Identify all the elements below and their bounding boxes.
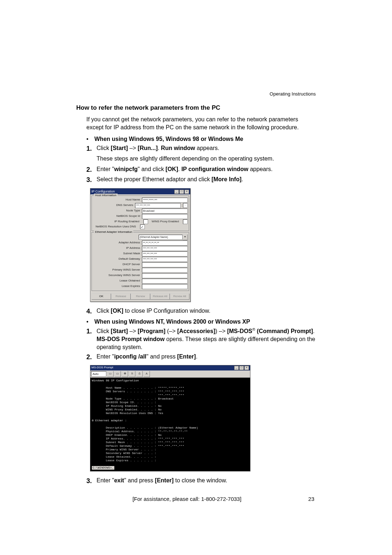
t: to close IP Configuration window. — [123, 308, 211, 314]
netbios-dns-checkbox: ✓ — [140, 224, 145, 229]
step-body: Enter "winipcfg" and click [OK]. IP conf… — [97, 165, 316, 174]
t: Click — [97, 328, 111, 335]
dos-header-line: Windows 98 IP Configuration — [92, 379, 139, 382]
t: appears. — [248, 166, 273, 172]
t: IP configuration window — [181, 166, 249, 172]
t: [Enter] — [177, 353, 196, 360]
toolbar-icon: ⎙ — [136, 371, 143, 377]
footer-assist: [For assistance, please call: 1-800-272-… — [78, 495, 296, 503]
header-right: Operating Instructions — [76, 91, 316, 97]
t: . — [178, 166, 181, 172]
t: [Enter] — [155, 477, 174, 483]
t: (Command) Prompt] — [255, 328, 313, 335]
t: [More Info] — [212, 176, 242, 182]
chevron-down-icon: ▾ — [183, 234, 188, 240]
page-number: 23 — [296, 495, 314, 503]
step-body: Click [Start] –> [Program] (–> [Accessor… — [97, 327, 316, 351]
t: [OK] — [111, 308, 123, 314]
maximize-icon: □ — [179, 190, 184, 194]
l: Primary WINS Server — [93, 268, 142, 272]
t: winipcfg — [114, 166, 138, 172]
window-buttons: _□× — [234, 366, 249, 370]
ip-address-field: ***.***.***.*** — [142, 246, 188, 251]
window-buttons: _□× — [174, 189, 189, 194]
renew-all-button: Renew All — [170, 293, 189, 300]
dos-toolbar: Auto ▭ ▭ ✥ ⎘ ⎙ A — [90, 370, 250, 378]
host-info-group: Host Information Host Name*****.*****.**… — [91, 195, 189, 231]
l: Adapter Address — [93, 241, 142, 245]
win9x-step1-line2: These steps are slightly different depen… — [97, 155, 316, 163]
close-icon: × — [184, 190, 189, 194]
close-icon: × — [244, 366, 249, 370]
t: Enter " — [97, 166, 114, 172]
dos-screen: Windows 98 IP Configuration Host Name . … — [90, 378, 250, 471]
group-title: Ethernet Adapter Information — [94, 230, 133, 234]
gateway-field: ***.***.***.*** — [142, 257, 188, 262]
l: Default Gateway — [93, 257, 142, 261]
t: . — [313, 328, 314, 335]
dos-window-figure: MS-DOS Prompt _□× Auto ▭ ▭ ✥ ⎘ ⎙ A Windo… — [90, 365, 250, 471]
win9x-step2: 2. Enter "winipcfg" and click [OK]. IP c… — [86, 165, 316, 174]
l: Host Name — [93, 198, 142, 202]
win9x-step3: 3. Select the proper Ethernet adaptor an… — [86, 175, 316, 184]
t: ipconfig /all — [114, 353, 146, 360]
step-number: 4. — [86, 307, 97, 316]
adapter-combo: (Ethernet Adapter Name) — [139, 235, 183, 240]
l: Secondary WINS Server — [93, 274, 142, 278]
dos-section2: 0 Ethernet adapter : — [92, 419, 127, 422]
page-footer: [For assistance, please call: 1-800-272-… — [76, 495, 316, 503]
t: Run window — [161, 145, 195, 151]
t: ® — [252, 327, 255, 332]
l: Lease Obtained — [93, 279, 142, 283]
t: [Start] — [111, 145, 128, 151]
node-type-field: Broadcast — [142, 208, 188, 214]
t: exit — [114, 477, 124, 483]
t: . — [158, 145, 161, 151]
t: appears. — [195, 145, 220, 151]
iprouting-checkbox — [143, 219, 148, 224]
t: " and press — [146, 353, 177, 360]
ipconfig-window-figure: IP Configuration _□× Host Information Ho… — [90, 188, 191, 302]
step-number: 1. — [86, 144, 97, 153]
t: (–> — [166, 328, 177, 335]
step-number: 3. — [86, 477, 97, 485]
l: Lease Expires — [93, 284, 142, 288]
l: DHCP Server — [93, 263, 142, 267]
step-number: 2. — [86, 165, 97, 174]
win9x-step1: 1. Click [Start] –> [Run...]. Run window… — [86, 144, 316, 153]
swins-field — [142, 273, 188, 278]
t: Click — [97, 145, 111, 151]
dhcp-field — [142, 262, 188, 267]
t: –> — [128, 145, 138, 151]
bullet-winnt-text: When using Windows NT, Windows 2000 or W… — [94, 318, 250, 326]
bullet-dot: • — [86, 318, 94, 326]
dos-lines2: Description . . . . . . . . : (Ethernet … — [92, 426, 198, 462]
lease-expires-field — [142, 284, 188, 289]
t: [Accessories] — [177, 328, 215, 335]
toolbar-icon: ✥ — [122, 371, 128, 377]
l: IP Routing Enabled — [93, 220, 141, 224]
host-name-field: *****.*****.*** — [142, 198, 188, 203]
step-number: 3. — [86, 175, 97, 184]
font-size-combo: Auto — [91, 371, 106, 377]
t: [Program] — [138, 328, 165, 335]
t: ) –> — [215, 328, 227, 335]
t: [Run...] — [138, 145, 158, 151]
release-button: Release — [111, 293, 131, 300]
bullet-win9x-text: When using Windows 95, Windows 98 or Win… — [94, 135, 243, 143]
t: to close the window. — [173, 477, 227, 483]
step-body: Click [Start] –> [Run...]. Run window ap… — [97, 144, 316, 153]
section-title: How to refer the network parameters from… — [76, 104, 316, 112]
pwins-field — [142, 268, 188, 273]
release-all-button: Release All — [150, 293, 170, 300]
maximize-icon: □ — [239, 366, 244, 370]
l: IP Address — [93, 246, 142, 250]
toolbar-icon: ⎘ — [129, 371, 135, 377]
scope-field — [142, 214, 188, 219]
t: Enter " — [97, 477, 114, 483]
l: DNS Servers — [93, 203, 135, 207]
winnt-step2: 2. Enter "ipconfig /all" and press [Ente… — [86, 353, 316, 361]
check-icon: ✓ — [140, 225, 144, 229]
lease-obtained-field — [142, 279, 188, 284]
t: MS-DOS Prompt window — [97, 336, 165, 342]
